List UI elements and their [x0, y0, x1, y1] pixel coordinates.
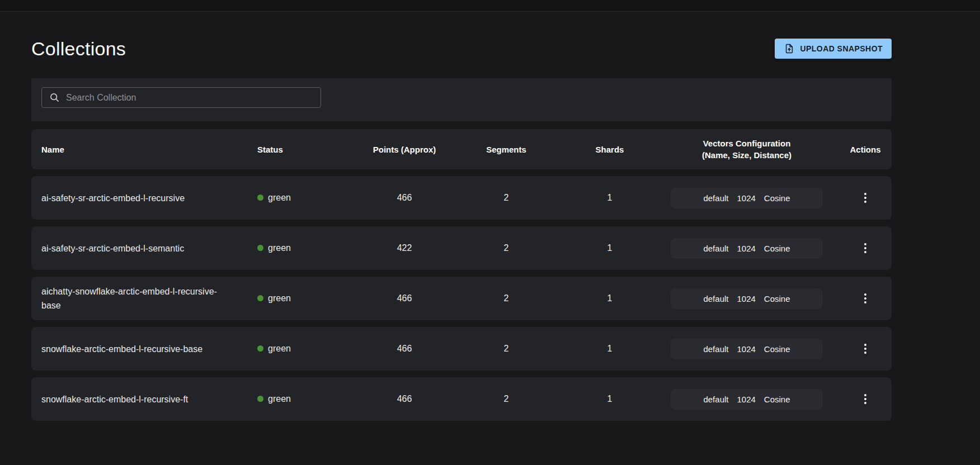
- column-header-name: Name: [31, 129, 249, 169]
- collections-page: Collections UPLOAD SNAPSHOT: [31, 37, 892, 428]
- collection-name-link[interactable]: snowflake-arctic-embed-l-recursive-base: [31, 327, 249, 371]
- vector-size: 1024: [737, 294, 755, 303]
- vectors-config-header-line2: (Name, Size, Distance): [654, 149, 839, 161]
- search-input[interactable]: [66, 93, 314, 103]
- vector-name: default: [703, 395, 728, 404]
- segments-value: 2: [447, 226, 565, 270]
- segments-value: 2: [447, 277, 565, 320]
- vector-size: 1024: [737, 395, 755, 404]
- row-actions-kebab-button[interactable]: [854, 338, 877, 360]
- status-dot-icon: [257, 345, 263, 352]
- vector-name: default: [703, 244, 728, 253]
- upload-file-icon: [784, 43, 795, 54]
- column-header-shards: Shards: [565, 129, 654, 169]
- status-badge: green: [257, 243, 291, 253]
- upload-snapshot-button[interactable]: UPLOAD SNAPSHOT: [775, 39, 892, 59]
- vector-config-chip: default 1024 Cosine: [671, 339, 823, 359]
- vector-name: default: [703, 193, 728, 203]
- page-header: Collections UPLOAD SNAPSHOT: [31, 37, 892, 60]
- status-badge: green: [257, 344, 291, 354]
- points-value: 466: [361, 377, 447, 421]
- shards-value: 1: [565, 176, 654, 220]
- points-value: 466: [361, 277, 447, 320]
- vector-name: default: [703, 294, 728, 303]
- segments-value: 2: [447, 377, 565, 421]
- vector-distance: Cosine: [764, 294, 790, 303]
- collection-name-link[interactable]: ai-safety-sr-arctic-embed-l-semantic: [31, 226, 249, 270]
- top-app-bar: [0, 0, 980, 12]
- collection-name-link[interactable]: aichatty-snowflake-arctic-embed-l-recurs…: [31, 277, 249, 320]
- row-actions-kebab-button[interactable]: [854, 388, 877, 410]
- status-dot-icon: [257, 396, 263, 402]
- status-dot-icon: [257, 295, 263, 301]
- vector-size: 1024: [737, 344, 755, 354]
- status-badge: green: [257, 193, 291, 203]
- page-title: Collections: [31, 37, 126, 60]
- collections-table: Name Status Points (Approx) Segments Sha…: [31, 122, 892, 428]
- status-badge: green: [257, 293, 291, 303]
- points-value: 422: [361, 226, 447, 270]
- collection-name-link[interactable]: ai-safety-sr-arctic-embed-l-recursive: [31, 176, 249, 220]
- vector-config-chip: default 1024 Cosine: [671, 238, 823, 259]
- status-label: green: [268, 243, 291, 253]
- vector-distance: Cosine: [764, 344, 790, 354]
- shards-value: 1: [565, 277, 654, 320]
- segments-value: 2: [447, 327, 565, 371]
- table-header-row: Name Status Points (Approx) Segments Sha…: [31, 129, 892, 169]
- row-actions-kebab-button[interactable]: [854, 237, 877, 259]
- shards-value: 1: [565, 226, 654, 270]
- shards-value: 1: [565, 327, 654, 371]
- status-label: green: [268, 193, 291, 203]
- column-header-actions: Actions: [839, 129, 892, 169]
- row-actions-kebab-button[interactable]: [854, 287, 877, 310]
- points-value: 466: [361, 327, 447, 371]
- segments-value: 2: [447, 176, 565, 220]
- shards-value: 1: [565, 377, 654, 421]
- table-row: aichatty-snowflake-arctic-embed-l-recurs…: [31, 277, 892, 320]
- table-row: ai-safety-sr-arctic-embed-l-recursive gr…: [31, 176, 892, 220]
- table-row: ai-safety-sr-arctic-embed-l-semantic gre…: [31, 226, 892, 270]
- vector-config-chip: default 1024 Cosine: [671, 288, 823, 309]
- search-panel: [31, 78, 892, 121]
- vectors-config-header-line1: Vectors Configuration: [654, 137, 839, 149]
- points-value: 466: [361, 176, 447, 220]
- status-label: green: [268, 344, 291, 354]
- table-row: snowflake-arctic-embed-l-recursive-ft gr…: [31, 377, 892, 421]
- column-header-segments: Segments: [447, 129, 565, 169]
- status-dot-icon: [257, 245, 263, 251]
- status-label: green: [268, 394, 291, 404]
- upload-snapshot-label: UPLOAD SNAPSHOT: [800, 44, 883, 53]
- status-label: green: [268, 293, 291, 303]
- status-dot-icon: [257, 194, 263, 201]
- status-badge: green: [257, 394, 291, 404]
- collection-name-link[interactable]: snowflake-arctic-embed-l-recursive-ft: [31, 377, 249, 421]
- vector-size: 1024: [737, 244, 755, 253]
- column-header-points: Points (Approx): [361, 129, 447, 169]
- vector-config-chip: default 1024 Cosine: [671, 188, 823, 208]
- vector-config-chip: default 1024 Cosine: [671, 389, 823, 410]
- search-icon: [49, 92, 60, 103]
- search-collection-field[interactable]: [41, 87, 321, 108]
- row-actions-kebab-button[interactable]: [854, 187, 877, 209]
- vector-distance: Cosine: [764, 395, 790, 404]
- vector-name: default: [703, 344, 728, 354]
- column-header-vectors-configuration: Vectors Configuration (Name, Size, Dista…: [654, 129, 839, 169]
- vector-size: 1024: [737, 193, 755, 203]
- table-row: snowflake-arctic-embed-l-recursive-base …: [31, 327, 892, 371]
- vector-distance: Cosine: [764, 193, 790, 203]
- vector-distance: Cosine: [764, 244, 790, 253]
- column-header-status: Status: [249, 129, 361, 169]
